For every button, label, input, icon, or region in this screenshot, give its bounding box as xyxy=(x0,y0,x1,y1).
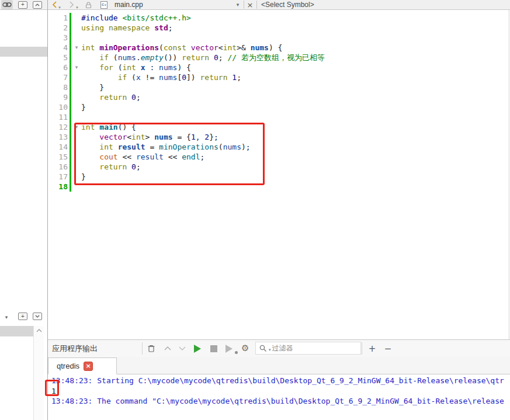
fold-spacer xyxy=(72,182,81,192)
output-panel-title: 应用程序输出 xyxy=(52,340,98,357)
code-line xyxy=(81,112,325,122)
fold-spacer xyxy=(72,162,81,172)
code-line: vector<int> nums = {1, 2}; xyxy=(81,132,325,142)
line-number[interactable]: 7 xyxy=(48,72,68,82)
output-line: 1 xyxy=(51,386,510,397)
forward-arrow-icon xyxy=(69,1,74,8)
lock-icon xyxy=(84,0,92,9)
line-number[interactable]: 10 xyxy=(48,102,68,112)
document-list-caret-icon[interactable]: ▾ xyxy=(235,0,241,9)
line-number[interactable]: 15 xyxy=(48,152,68,162)
run-output-tab[interactable]: qtredis × xyxy=(48,357,117,374)
toolbar-separator xyxy=(244,1,244,9)
line-number[interactable]: 18 xyxy=(48,182,68,192)
line-number[interactable]: 6 xyxy=(48,63,68,72)
line-number[interactable]: 2 xyxy=(48,23,68,33)
fold-spacer xyxy=(72,142,81,152)
chevron-up-icon xyxy=(162,343,173,354)
code-line: using namespace std; xyxy=(81,23,325,33)
stop-button[interactable] xyxy=(210,340,217,357)
output-line: 13:48:23: The command "C:\mycode\mycode\… xyxy=(51,396,510,407)
code-line: cout << result << endl; xyxy=(81,152,325,162)
toolbar-separator xyxy=(256,1,257,9)
sidebar-selected-item[interactable] xyxy=(0,326,33,336)
symbol-selector-dropdown[interactable]: <Select Symbol> xyxy=(261,0,314,9)
run-button[interactable] xyxy=(194,340,201,357)
output-tab-bar: qtredis × xyxy=(48,357,510,374)
chevron-down-icon xyxy=(177,343,188,354)
clear-output-button[interactable] xyxy=(146,340,157,357)
run-icon xyxy=(194,345,201,353)
scrollbar-up-icon[interactable] xyxy=(34,326,44,332)
fold-spacer xyxy=(72,13,81,23)
header-separator xyxy=(362,342,362,355)
line-number[interactable]: 5 xyxy=(48,53,68,63)
output-line: 13:48:23: Starting C:\mycode\mycode\qtre… xyxy=(51,376,510,386)
line-number[interactable]: 3 xyxy=(48,33,68,43)
filter-input[interactable] xyxy=(271,343,360,353)
output-text-area[interactable]: 13:48:23: Starting C:\mycode\mycode\qtre… xyxy=(48,374,510,420)
left-sidebar[interactable]: ▾ + xyxy=(0,10,47,420)
split-plus-icon: + xyxy=(18,313,27,320)
fold-marker-icon[interactable]: ▾ xyxy=(72,122,81,132)
sidebar-scrollbar[interactable] xyxy=(33,326,44,420)
fold-marker-icon[interactable]: ▾ xyxy=(72,63,81,72)
line-number[interactable]: 17 xyxy=(48,172,68,182)
code-line: if (x != nums[0]) return 1; xyxy=(81,72,325,82)
code-line: } xyxy=(81,102,325,112)
line-number[interactable]: 13 xyxy=(48,132,68,142)
next-item-button[interactable] xyxy=(177,340,188,357)
line-number-gutter[interactable]: 123456789101112131415161718 xyxy=(48,13,68,192)
code-fold-column[interactable]: ▾▾▾ xyxy=(72,13,81,192)
stop-close-run-icon[interactable]: × xyxy=(84,362,93,371)
cpp-file-icon: C+ xyxy=(100,0,108,9)
line-number[interactable]: 4 xyxy=(48,43,68,53)
fold-spacer xyxy=(72,82,81,92)
chevron-down-box-icon xyxy=(33,313,42,320)
line-number[interactable]: 1 xyxy=(48,13,68,23)
fold-spacer xyxy=(72,53,81,63)
code-line: int minOperations(const vector<int>& num… xyxy=(81,43,325,53)
fold-marker-icon[interactable]: ▾ xyxy=(72,43,81,53)
link-icon xyxy=(2,1,12,9)
output-panel-header: 应用程序输出 ⚙ xyxy=(48,340,510,357)
settings-button[interactable]: ⚙ xyxy=(241,340,249,357)
code-line: return 0; xyxy=(81,162,325,172)
nav-back-button[interactable] xyxy=(51,0,58,9)
code-editor[interactable]: 123456789101112131415161718 ▾▾▾ #include… xyxy=(48,10,510,339)
close-document-button[interactable]: × xyxy=(247,0,254,9)
split-button[interactable]: + xyxy=(18,0,27,9)
vcs-added-lines-bar xyxy=(70,13,71,192)
line-number[interactable]: 8 xyxy=(48,82,68,92)
previous-item-button[interactable] xyxy=(162,340,173,357)
pane-menu-caret-icon[interactable]: ▾ xyxy=(3,313,10,321)
sidebar-editor-divider[interactable] xyxy=(47,0,48,420)
nav-forward-button[interactable] xyxy=(68,0,75,9)
back-history-caret-icon[interactable]: ▾ xyxy=(58,3,61,12)
header-separator xyxy=(142,342,143,355)
link-with-editor-button[interactable] xyxy=(1,0,13,9)
line-number[interactable]: 11 xyxy=(48,112,68,122)
code-line: if (nums.empty()) return 0; // 若为空数组，视为已… xyxy=(81,53,325,63)
code-text-area[interactable]: #include <bits/stdc++.h>using namespace … xyxy=(81,13,325,192)
line-number[interactable]: 16 xyxy=(48,162,68,172)
line-number[interactable]: 12 xyxy=(48,122,68,132)
forward-history-caret-icon[interactable]: ▾ xyxy=(75,3,79,12)
close-pane-button[interactable] xyxy=(33,0,42,9)
zoom-out-button[interactable]: − xyxy=(383,340,393,357)
search-icon xyxy=(256,345,269,352)
line-number[interactable]: 9 xyxy=(48,92,68,102)
code-line: } xyxy=(81,82,325,92)
zoom-in-button[interactable]: + xyxy=(367,340,377,357)
line-number[interactable]: 14 xyxy=(48,142,68,152)
chevron-up-box-icon xyxy=(33,1,42,9)
code-line: return 0; xyxy=(81,92,325,102)
open-document-title[interactable]: main.cpp xyxy=(115,0,143,9)
fold-spacer xyxy=(72,23,81,33)
pane-split-button[interactable]: + xyxy=(18,313,27,320)
sidebar-selected-item[interactable] xyxy=(0,47,47,57)
fold-spacer xyxy=(72,102,81,112)
debug-run-button[interactable] xyxy=(225,340,233,357)
debug-run-icon xyxy=(225,345,233,353)
pane-close-button[interactable] xyxy=(33,313,42,320)
